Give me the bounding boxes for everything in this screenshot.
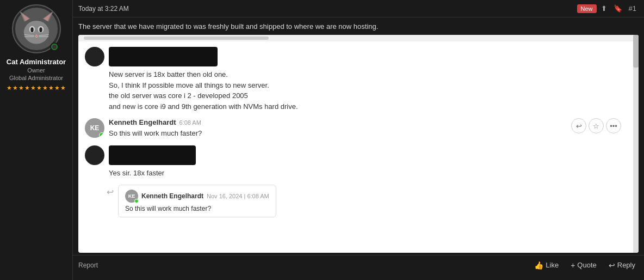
footer-actions: 👍 Like + Quote ↩ Reply [531, 259, 639, 271]
own-avatar-1 [85, 47, 104, 66]
user-role: Global Administrator [9, 75, 63, 81]
svg-point-1 [23, 21, 48, 44]
ke-online-dot [99, 132, 104, 138]
chat-scrollbar-thumb[interactable] [633, 35, 639, 68]
reply-arrow-icon: ↩ [107, 187, 114, 197]
like-button[interactable]: 👍 Like [531, 259, 562, 271]
reply-time: Nov 16, 2024 | 6:08 AM [207, 193, 269, 199]
report-link[interactable]: Report [78, 261, 98, 269]
post-body-text: The server that we have migrated to was … [73, 17, 644, 35]
sidebar: Cat Administrator Owner Global Administr… [0, 0, 72, 280]
chat-embed: New server is 18x batter then old one. S… [78, 35, 639, 253]
like-label: Like [546, 261, 559, 269]
chat-message-3: Yes sir. 18x faster [85, 145, 632, 179]
reply-card: KE Kenneth Engelhardt Nov 16, 2024 | 6:0… [118, 185, 276, 217]
chat-message-2: KE Kenneth Engelhardt 6:08 AM So this wi… [85, 118, 632, 139]
hover-actions: ↩ ☆ ••• [571, 118, 621, 133]
msg-text-2: So this will work much faster? [109, 128, 632, 139]
reply-hover-btn[interactable]: ↩ [571, 118, 586, 133]
msg-time-2: 6:08 AM [179, 119, 201, 126]
online-indicator [50, 42, 59, 51]
main-content: Today at 3:22 AM New ⬆ 🔖 #1 The server t… [72, 0, 644, 280]
msg-text-3: Yes sir. 18x faster [109, 168, 632, 179]
reply-icon: ↩ [609, 261, 615, 270]
svg-point-9 [39, 27, 42, 32]
chat-scroll[interactable]: New server is 18x batter then old one. S… [78, 41, 639, 253]
chat-top-bar [78, 35, 639, 41]
like-icon: 👍 [534, 261, 543, 270]
avatar-container [12, 4, 61, 53]
reply-text: So this will work much faster? [125, 205, 269, 212]
reply-label: Reply [617, 261, 635, 269]
reply-card-header: KE Kenneth Engelhardt Nov 16, 2024 | 6:0… [125, 190, 269, 203]
msg-content-1: New server is 18x batter then old one. S… [109, 47, 632, 112]
post-footer: Report 👍 Like + Quote ↩ Reply [73, 255, 644, 275]
quote-label: Quote [577, 261, 596, 269]
reply-author: Kenneth Engelhardt [141, 192, 203, 200]
chat-scrollbar[interactable] [633, 35, 639, 253]
quote-button[interactable]: + Quote [567, 259, 600, 271]
post-number: #1 [627, 3, 639, 14]
user-stars: ★★★★★★★★★★ [7, 84, 66, 92]
msg-text-1: New server is 18x batter then old one. S… [109, 69, 632, 112]
reply-button[interactable]: ↩ Reply [605, 259, 639, 271]
bookmark-icon[interactable]: 🔖 [611, 3, 624, 14]
user-name: Cat Administrator [7, 58, 66, 66]
chat-message-1: New server is 18x batter then old one. S… [85, 47, 632, 112]
share-icon[interactable]: ⬆ [599, 3, 609, 14]
msg-bubble-3 [109, 145, 196, 165]
msg-header-2: Kenneth Engelhardt 6:08 AM [109, 118, 632, 126]
reply-online-dot [134, 199, 139, 203]
quote-icon: + [571, 261, 575, 270]
msg-bubble-1 [109, 47, 218, 66]
badge-new: New [577, 4, 597, 13]
chat-top-bar-inner [84, 36, 269, 40]
msg-author-2: Kenneth Engelhardt [109, 118, 176, 126]
post-header: Today at 3:22 AM New ⬆ 🔖 #1 [73, 0, 644, 17]
svg-point-8 [30, 27, 33, 32]
msg-content-2: Kenneth Engelhardt 6:08 AM So this will … [109, 118, 632, 139]
ke-avatar: KE [85, 118, 104, 138]
msg-content-3: Yes sir. 18x faster [109, 145, 632, 179]
more-hover-btn[interactable]: ••• [606, 118, 621, 133]
star-hover-btn[interactable]: ☆ [589, 118, 604, 133]
post-timestamp: Today at 3:22 AM [78, 5, 129, 13]
user-title: Owner [27, 67, 45, 74]
reply-embed: ↩ KE Kenneth Engelhardt Nov 16, 2024 | 6… [107, 185, 632, 217]
reply-card-avatar: KE [125, 190, 138, 203]
own-avatar-3 [85, 145, 104, 165]
post-actions: New ⬆ 🔖 #1 [577, 3, 639, 14]
